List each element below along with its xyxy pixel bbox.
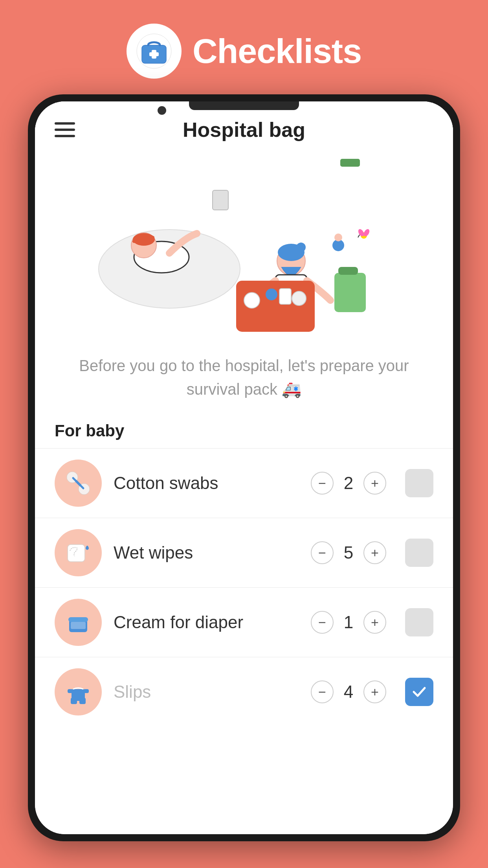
- cream-icon: [64, 609, 92, 636]
- svg-rect-40: [68, 689, 73, 693]
- quantity-control-wet-wipes: − 5 +: [311, 541, 386, 564]
- svg-rect-20: [338, 267, 358, 275]
- list-item: Slips − 4 +: [35, 657, 453, 726]
- svg-rect-36: [71, 622, 86, 629]
- quantity-control-cream: − 1 +: [311, 611, 386, 634]
- item-label-cream: Cream for diaper: [114, 612, 299, 632]
- checkmark-icon: [411, 683, 428, 701]
- checkbox-wet-wipes[interactable]: [405, 539, 433, 567]
- plus-button-wet-wipes[interactable]: +: [363, 541, 386, 564]
- svg-rect-16: [279, 289, 291, 304]
- section-header: For baby: [35, 415, 453, 448]
- cotton-swab-icon: [64, 469, 92, 497]
- list-item: Wet wipes − 5 +: [35, 518, 453, 587]
- item-label-slips: Slips: [114, 682, 299, 702]
- slips-icon: [64, 678, 92, 706]
- minus-button-cream[interactable]: −: [311, 611, 334, 634]
- svg-rect-18: [334, 273, 366, 312]
- cream-icon-circle: [55, 599, 102, 646]
- svg-rect-32: [68, 544, 85, 562]
- checkbox-cream[interactable]: [405, 608, 433, 636]
- svg-point-17: [292, 291, 306, 305]
- phone-camera: [158, 106, 166, 115]
- svg-rect-35: [68, 617, 88, 622]
- subtitle-content: Before you go to the hospital, let's pre…: [79, 357, 409, 398]
- page-title: Hospital bag: [75, 118, 413, 142]
- app-title: Checklists: [193, 31, 361, 71]
- item-label-cotton-swabs: Cotton swabs: [114, 473, 299, 493]
- wet-wipes-icon-circle: [55, 529, 102, 576]
- hamburger-line-2: [55, 129, 75, 131]
- svg-rect-39: [79, 698, 86, 704]
- phone-screen: Hospital bag: [35, 101, 453, 834]
- hamburger-line-3: [55, 135, 75, 137]
- qty-value-cream: 1: [340, 612, 357, 632]
- hamburger-line-1: [55, 122, 75, 125]
- app-header: Checklists: [127, 0, 361, 94]
- cotton-swab-icon-circle: [55, 460, 102, 507]
- svg-point-25: [334, 234, 342, 241]
- svg-rect-3: [149, 52, 159, 56]
- quantity-control-slips: − 4 +: [311, 680, 386, 703]
- list-item: Cream for diaper − 1 +: [35, 587, 453, 657]
- app-content: Hospital bag: [35, 101, 453, 834]
- slips-icon-circle: [55, 668, 102, 715]
- header-icon-circle: [127, 24, 182, 79]
- minus-button-slips[interactable]: −: [311, 680, 334, 703]
- item-label-wet-wipes: Wet wipes: [114, 543, 299, 563]
- list-item: Cotton swabs − 2 +: [35, 448, 453, 518]
- medical-bag-icon: [136, 33, 172, 69]
- illustration-svg: [83, 159, 405, 340]
- svg-line-31: [73, 478, 83, 488]
- phone-frame: Hospital bag: [28, 94, 460, 841]
- svg-rect-19: [340, 159, 360, 167]
- svg-point-11: [296, 243, 306, 252]
- hamburger-menu-button[interactable]: [55, 122, 75, 137]
- minus-button-wet-wipes[interactable]: −: [311, 541, 334, 564]
- svg-rect-41: [83, 689, 89, 693]
- qty-value-wet-wipes: 5: [340, 543, 357, 563]
- svg-rect-38: [71, 698, 77, 704]
- qty-value-cotton-swabs: 2: [340, 473, 357, 493]
- svg-point-15: [266, 289, 277, 300]
- subtitle-text: Before you go to the hospital, let's pre…: [35, 348, 453, 415]
- quantity-control-cotton-swabs: − 2 +: [311, 472, 386, 495]
- wet-wipes-icon: [64, 539, 92, 566]
- hospital-illustration: [35, 151, 453, 348]
- qty-value-slips: 4: [340, 682, 357, 702]
- svg-point-14: [244, 292, 260, 308]
- checkbox-slips[interactable]: [405, 678, 433, 706]
- phone-notch: [189, 101, 299, 110]
- svg-rect-8: [213, 190, 228, 210]
- plus-button-slips[interactable]: +: [363, 680, 386, 703]
- plus-button-cotton-swabs[interactable]: +: [363, 472, 386, 495]
- minus-button-cotton-swabs[interactable]: −: [311, 472, 334, 495]
- checkbox-cotton-swabs[interactable]: [405, 469, 433, 497]
- plus-button-cream[interactable]: +: [363, 611, 386, 634]
